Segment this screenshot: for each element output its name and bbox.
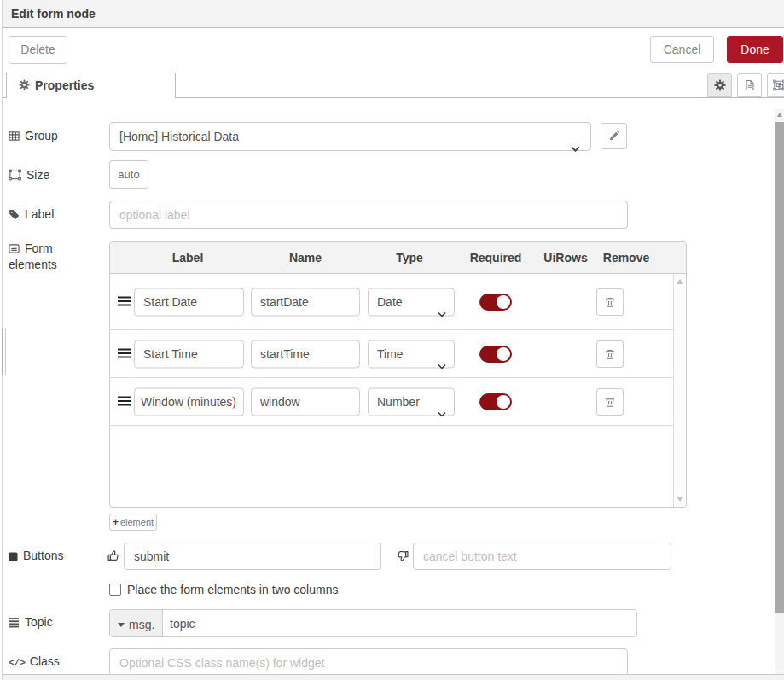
element-name-input[interactable] <box>251 340 360 368</box>
chevron-down-icon <box>438 299 446 326</box>
two-columns-label: Place the form elements in two columns <box>127 583 338 596</box>
trash-icon <box>604 342 616 369</box>
dialog-scrollbar[interactable] <box>775 109 784 674</box>
add-element-button[interactable]: +element <box>109 514 157 531</box>
hamburger-icon[interactable] <box>118 294 131 311</box>
cancel-button[interactable]: Cancel <box>650 36 714 63</box>
class-input[interactable] <box>109 648 628 677</box>
remove-element-button[interactable] <box>596 340 624 368</box>
file-icon <box>744 75 756 99</box>
two-columns-checkbox[interactable] <box>109 584 121 596</box>
delete-button[interactable]: Delete <box>9 36 67 64</box>
pencil-icon <box>608 125 619 151</box>
remove-element-button[interactable] <box>596 388 624 416</box>
list-alt-icon <box>9 243 20 258</box>
table-row: Time <box>110 330 673 378</box>
done-button[interactable]: Done <box>727 36 783 63</box>
scroll-down-icon[interactable] <box>677 497 683 502</box>
hamburger-icon[interactable] <box>118 393 131 410</box>
element-type-select[interactable]: Number <box>368 387 455 416</box>
buttons-field-label: Buttons <box>9 549 94 565</box>
column-header-label: Label <box>172 242 204 274</box>
column-header-type: Type <box>396 242 423 274</box>
table-icon <box>9 131 20 145</box>
form-elements-table: Label Name Type Required UiRows Remove D… <box>109 241 687 508</box>
description-tab-button[interactable] <box>737 73 762 97</box>
msg-type-button[interactable]: msg. <box>110 610 163 636</box>
group-field-label: Group <box>9 129 94 145</box>
element-type-select[interactable]: Time <box>368 340 455 368</box>
element-name-input[interactable] <box>251 387 360 416</box>
tag-icon <box>9 209 20 224</box>
column-header-required: Required <box>470 242 522 274</box>
label-field-label: Label <box>9 207 94 224</box>
edit-group-button[interactable] <box>601 123 627 149</box>
code-icon: </> <box>9 658 26 668</box>
size-field-label: Size <box>9 168 94 184</box>
element-type-select[interactable]: Date <box>368 288 455 316</box>
tab-properties[interactable]: Properties <box>6 73 176 98</box>
form-elements-label: Form elements <box>9 241 90 272</box>
element-label-input[interactable] <box>134 340 244 368</box>
properties-tab-button[interactable] <box>707 73 732 97</box>
table-row: Date <box>110 274 673 330</box>
element-label-input[interactable] <box>134 288 244 316</box>
tray-resize-handle[interactable] <box>2 328 3 375</box>
tasks-icon <box>9 617 20 631</box>
cancel-button-text-input[interactable] <box>413 543 671 570</box>
label-input[interactable] <box>109 201 628 229</box>
remove-element-button[interactable] <box>596 288 624 316</box>
gear-icon <box>714 75 726 99</box>
column-header-remove: Remove <box>603 242 649 274</box>
column-header-name: Name <box>289 242 322 274</box>
table-row: Number <box>110 378 673 426</box>
tab-properties-label: Properties <box>35 78 94 92</box>
chevron-down-icon <box>438 352 446 378</box>
trash-icon <box>604 290 616 317</box>
element-label-input[interactable] <box>134 387 244 416</box>
object-group-icon <box>9 169 21 184</box>
tray-footer <box>3 674 784 680</box>
thumbs-up-icon <box>107 549 120 564</box>
topic-typed-input: msg. <box>109 609 637 637</box>
caret-down-icon <box>118 610 125 636</box>
form-elements-header: Label Name Type Required UiRows Remove <box>110 242 686 274</box>
hamburger-icon[interactable] <box>118 346 131 363</box>
object-group-icon <box>773 75 784 99</box>
tab-bar: Properties <box>3 72 784 98</box>
required-toggle[interactable] <box>479 294 512 311</box>
scroll-up-icon[interactable] <box>777 113 782 117</box>
size-auto-button[interactable]: auto <box>109 160 148 189</box>
group-select-value: [Home] Historical Data <box>119 130 239 143</box>
class-field-label: </>Class <box>9 654 94 671</box>
required-toggle[interactable] <box>479 346 512 363</box>
trash-icon <box>604 390 616 417</box>
topic-field-label: Topic <box>9 615 94 631</box>
group-select[interactable]: [Home] Historical Data <box>109 122 591 151</box>
scrollbar-thumb[interactable] <box>775 122 784 613</box>
plus-icon: + <box>113 516 119 528</box>
scroll-up-icon[interactable] <box>677 279 683 284</box>
required-toggle[interactable] <box>479 393 512 410</box>
column-header-uirows: UiRows <box>543 242 587 274</box>
submit-button-text-input[interactable] <box>124 543 381 570</box>
table-scrollbar[interactable] <box>673 274 686 507</box>
appearance-tab-button[interactable] <box>767 73 784 97</box>
square-icon <box>9 550 18 565</box>
dialog-title: Edit form node <box>3 0 784 28</box>
element-name-input[interactable] <box>251 288 360 316</box>
chevron-down-icon <box>438 399 446 426</box>
thumbs-down-icon <box>396 550 409 566</box>
topic-input[interactable] <box>163 610 636 636</box>
chevron-down-icon <box>571 134 580 161</box>
edit-form-node-dialog: Edit form node Delete Cancel Done Proper… <box>0 0 784 680</box>
gear-icon <box>19 74 30 98</box>
tray-resize-handle-line[interactable] <box>5 328 6 375</box>
